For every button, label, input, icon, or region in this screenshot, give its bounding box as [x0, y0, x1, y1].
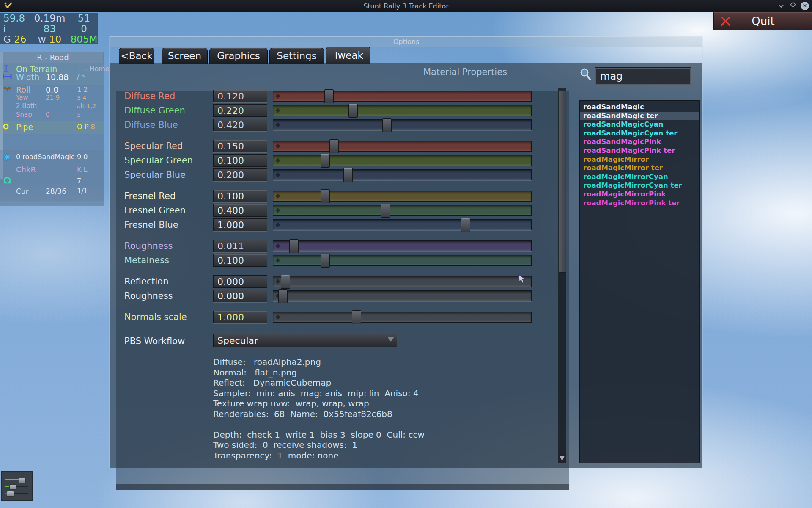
specular-blue-slider[interactable]	[273, 169, 532, 180]
minimize-icon[interactable]	[776, 1, 786, 11]
material-star-icon	[2, 152, 14, 162]
roughness-2-slider[interactable]	[273, 290, 532, 301]
material-item[interactable]: roadMagicMirrorPink ter	[580, 199, 699, 208]
scrollbar-thumb[interactable]	[559, 91, 566, 273]
fresnel-blue-value-field[interactable]: 1.000	[213, 218, 267, 231]
hud-stat: 0	[70, 23, 98, 34]
fresnel-blue-slider-handle[interactable]	[461, 218, 470, 232]
material-item[interactable]: roadMagicMirror	[580, 155, 699, 164]
pbs-workflow-label: PBS Workflow	[124, 334, 185, 348]
road-row-shortcut: 5	[77, 111, 81, 119]
metalness-slider[interactable]	[273, 255, 532, 266]
slider-left-marker	[275, 243, 280, 248]
info-line: Reflect: DynamicCubemap	[213, 378, 425, 388]
quit-label: Quit	[714, 15, 812, 28]
material-item[interactable]: roadMagicMirrorPink	[580, 190, 699, 199]
fresnel-red-slider-handle[interactable]	[321, 189, 330, 203]
maximize-icon[interactable]	[788, 1, 798, 11]
quit-button[interactable]: Quit	[713, 12, 812, 30]
metalness-value-field[interactable]: 0.100	[213, 254, 267, 267]
material-item[interactable]: roadMagicMirrorCyan	[580, 173, 699, 182]
fresnel-green-slider-handle[interactable]	[381, 204, 390, 218]
reflection-slider-handle[interactable]	[281, 275, 290, 289]
road-row-0-roadsandmagic: 0 roadSandMagic9 0	[0, 152, 104, 162]
roughness-2-label: Roughness	[124, 290, 211, 302]
specular-blue-slider-handle[interactable]	[343, 168, 353, 182]
normals-scale-value-field[interactable]: 1.000	[213, 311, 267, 323]
road-row-2-both: 2 Bothalt-1,2	[0, 102, 104, 110]
dialog-title: Options	[110, 37, 702, 47]
scrollbar-vertical[interactable]	[558, 88, 566, 463]
close-icon[interactable]: ✕	[800, 1, 809, 11]
material-item[interactable]: roadSandMagicCyan	[580, 120, 699, 129]
material-item[interactable]: roadMagicMirrorCyan ter	[580, 181, 699, 190]
fresnel-red-slider[interactable]	[273, 190, 532, 202]
hud-stat: 0.19m	[30, 13, 70, 24]
fresnel-blue-slider[interactable]	[273, 219, 532, 230]
normals-scale-slider[interactable]	[273, 312, 532, 323]
diffuse-blue-value-field[interactable]: 0.420	[213, 119, 267, 131]
metalness-label: Metalness	[124, 254, 211, 267]
diffuse-green-value-field[interactable]: 0.220	[213, 104, 267, 117]
material-item[interactable]: roadSandMagic ter	[580, 112, 699, 121]
material-item[interactable]: roadSandMagicPink ter	[580, 146, 699, 155]
fresnel-green-value-field[interactable]: 0.400	[213, 204, 267, 217]
road-row-label: 0 roadSandMagic	[16, 152, 75, 162]
metalness-slider-handle[interactable]	[321, 254, 330, 268]
reflection-slider[interactable]	[273, 276, 532, 287]
fresnel-red-value-field[interactable]: 0.100	[213, 190, 267, 202]
normals-scale-label: Normals scale	[124, 311, 211, 323]
road-row-label: Pipe	[16, 122, 33, 132]
roughness-value-field[interactable]: 0.011	[213, 240, 267, 252]
pbs-workflow-dropdown[interactable]: Specular	[213, 334, 397, 347]
specular-green-value-field[interactable]: 0.100	[213, 154, 267, 167]
slider-left-marker	[275, 208, 280, 213]
specular-green-slider[interactable]	[273, 155, 532, 166]
diffuse-red-value-field[interactable]: 0.120	[213, 90, 267, 102]
diffuse-red-slider-handle[interactable]	[324, 89, 334, 103]
roughness-slider[interactable]	[273, 240, 532, 251]
slider-left-marker	[275, 315, 280, 319]
material-item[interactable]: roadSandMagicCyan ter	[580, 129, 699, 138]
scroll-down-arrow[interactable]: ▼	[558, 454, 566, 463]
material-search-input[interactable]	[595, 68, 691, 85]
material-item[interactable]: roadSandMagicPink	[580, 138, 699, 146]
specular-green-label: Specular Green	[124, 154, 211, 167]
specular-red-value-field[interactable]: 0.150	[213, 140, 267, 152]
diffuse-green-slider[interactable]	[273, 105, 532, 116]
minimized-tool-window[interactable]	[1, 471, 33, 501]
info-line	[213, 419, 425, 430]
normals-scale-slider-handle[interactable]	[352, 310, 361, 324]
hscroll-track[interactable]	[116, 484, 569, 490]
fresnel-green-slider[interactable]	[273, 205, 532, 216]
info-line: Depth: check 1 write 1 bias 3 slope 0 Cu…	[213, 430, 425, 440]
specular-blue-value-field[interactable]: 0.200	[213, 168, 267, 181]
road-row-label: ChkR	[16, 165, 36, 174]
stage: Stunt Rally 3 Track Editor ✕ Quit 59.80.…	[0, 0, 812, 508]
tab-back[interactable]: <Back	[119, 48, 154, 64]
material-item[interactable]: roadSandMagic	[580, 103, 699, 112]
road-row-chkr: ChkRK L	[0, 165, 104, 174]
tab-tweak[interactable]: Tweak	[326, 47, 370, 64]
fresnel-red-label: Fresnel Red	[124, 190, 211, 202]
specular-red-slider-handle[interactable]	[329, 139, 339, 153]
road-row-yaw: Yaw21.93 4	[0, 94, 104, 102]
diffuse-blue-slider[interactable]	[273, 119, 532, 130]
diffuse-red-slider[interactable]	[273, 91, 532, 102]
specular-green-slider-handle[interactable]	[321, 154, 330, 168]
slider-left-marker	[275, 222, 280, 227]
roughness-2-value-field[interactable]: 0.000	[213, 290, 267, 302]
slider-left-marker	[275, 279, 280, 284]
diffuse-green-slider-handle[interactable]	[348, 104, 358, 118]
reflection-value-field[interactable]: 0.000	[213, 275, 267, 288]
tab-settings[interactable]: Settings	[269, 48, 324, 64]
diffuse-blue-slider-handle[interactable]	[382, 118, 392, 132]
mini-knob	[19, 478, 26, 483]
tab-graphics[interactable]: Graphics	[209, 48, 268, 64]
roughness-slider-handle[interactable]	[289, 239, 299, 253]
roughness-2-slider-handle[interactable]	[278, 289, 288, 303]
road-row-label: Snap	[16, 111, 32, 119]
tab-screen[interactable]: Screen	[162, 48, 208, 64]
material-item[interactable]: roadMagicMirror ter	[580, 164, 699, 173]
specular-red-slider[interactable]	[273, 141, 532, 152]
